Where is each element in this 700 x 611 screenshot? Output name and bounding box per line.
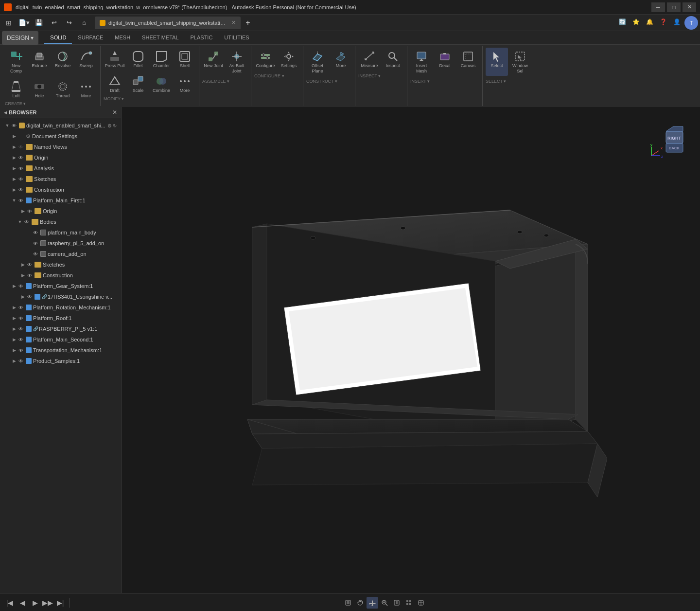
maximize-button[interactable]: □ xyxy=(667,2,681,12)
file-new-button[interactable]: 📄▾ xyxy=(17,16,31,30)
tree-eye-construction-top[interactable]: 👁 xyxy=(18,186,24,193)
tab-plastic[interactable]: PLASTIC xyxy=(185,32,219,44)
tree-item-analysis[interactable]: ▶ 👁 Analysis xyxy=(0,163,121,174)
nav-start-button[interactable]: |◀ xyxy=(4,597,16,609)
tree-item-raspi5[interactable]: ▶ 👁 🔗 RASPBERRY_PI_5 v1:1 xyxy=(0,323,121,334)
tree-item-sketches-child[interactable]: ▶ 👁 Sketches xyxy=(0,259,121,270)
assemble-button[interactable]: New Joint xyxy=(202,48,225,76)
zoom-button[interactable] xyxy=(379,597,390,609)
tab-solid[interactable]: SOLID xyxy=(44,32,72,44)
tree-eye-raspi5[interactable]: 👁 xyxy=(18,325,24,332)
fillet-button[interactable]: Fillet xyxy=(127,48,149,71)
chamfer-button[interactable]: Chamfer xyxy=(150,48,173,71)
notification-button[interactable]: 🔔 xyxy=(644,16,655,28)
construct-plane-button[interactable]: Offset Plane xyxy=(306,48,329,76)
config-settings-button[interactable]: Settings xyxy=(278,48,300,71)
display-mode-button[interactable] xyxy=(415,597,427,609)
tree-item-bodies[interactable]: ▼ 👁 Bodies xyxy=(0,216,121,227)
tree-eye-products[interactable]: 👁 xyxy=(18,358,24,364)
create-more-button[interactable]: More xyxy=(75,78,97,101)
tree-item-root[interactable]: ▼ 👁 digital_twin_enabled_smart_shi... ⚙ … xyxy=(0,120,121,131)
extrude-button[interactable]: Extrude xyxy=(28,48,51,76)
tree-expand-root[interactable]: ▼ xyxy=(4,122,11,129)
tree-eye-rotation[interactable]: 👁 xyxy=(18,304,24,311)
tree-item-platform-main-second[interactable]: ▶ 👁 Platform_Main_Second:1 xyxy=(0,334,121,345)
tree-expand-analysis[interactable]: ▶ xyxy=(11,165,18,172)
new-component-button[interactable]: New Comp xyxy=(5,48,27,76)
tree-expand-gear[interactable]: ▶ xyxy=(11,283,18,289)
tree-eye-sketches[interactable]: 👁 xyxy=(18,176,24,182)
tree-expand-sketches-child[interactable]: ▶ xyxy=(19,261,26,268)
tree-item-raspberry-add-on[interactable]: ▶ 👁 raspberry_pi_5_add_on xyxy=(0,238,121,249)
root-settings-icon[interactable]: ⚙ xyxy=(107,123,112,128)
tree-expand-roof[interactable]: ▶ xyxy=(11,315,18,322)
tree-expand-transport[interactable]: ▶ xyxy=(11,347,18,354)
decal-button[interactable]: Decal xyxy=(434,48,456,76)
draft-button[interactable]: Draft xyxy=(104,72,126,95)
inspect-button[interactable]: Inspect xyxy=(382,48,404,71)
tree-eye-transport[interactable]: 👁 xyxy=(18,347,24,354)
tab-close-button[interactable]: ✕ xyxy=(231,19,236,26)
tree-item-rotation[interactable]: ▶ 👁 Platform_Rotation_Mechanism:1 xyxy=(0,302,121,313)
tree-eye-named-views[interactable]: 👁 xyxy=(18,144,24,150)
tree-item-doc-settings[interactable]: ▶ ⚙ Document Settings xyxy=(0,131,121,142)
measure-button[interactable]: Measure xyxy=(358,48,381,71)
tree-expand-doc-settings[interactable]: ▶ xyxy=(11,133,18,140)
view-cube[interactable]: x y z RIGHT BACK xyxy=(647,117,690,162)
tree-item-platform-main-body[interactable]: ▶ 👁 platform_main_body xyxy=(0,227,121,238)
tree-item-roof[interactable]: ▶ 👁 Platform_Roof:1 xyxy=(0,313,121,323)
tree-expand-rotation[interactable]: ▶ xyxy=(11,304,18,311)
tree-expand-products[interactable]: ▶ xyxy=(11,358,18,364)
tab-sheet-metal[interactable]: SHEET METAL xyxy=(136,32,184,44)
home-button[interactable]: ⌂ xyxy=(77,16,91,30)
pan-button[interactable] xyxy=(367,597,378,609)
modify-more-button[interactable]: More xyxy=(174,72,196,95)
tree-item-camera-add-on[interactable]: ▶ 👁 camera_add_on xyxy=(0,249,121,259)
tree-eye-origin[interactable]: 👁 xyxy=(18,154,24,161)
joint-button[interactable]: As-Built Joint xyxy=(226,48,248,76)
tree-item-construction-top[interactable]: ▶ 👁 Construction xyxy=(0,184,121,195)
viewport[interactable]: x y z RIGHT BACK xyxy=(122,107,700,593)
configure-button[interactable]: Configure xyxy=(254,48,277,71)
nav-play-button[interactable]: ▶ xyxy=(29,597,41,609)
scale-button[interactable]: Scale xyxy=(127,72,149,95)
tree-eye-bodies[interactable]: 👁 xyxy=(23,218,30,225)
press-pull-button[interactable]: Press Pull xyxy=(104,48,126,71)
tree-expand-platform-main[interactable]: ▼ xyxy=(11,197,18,204)
tree-eye-gear[interactable]: 👁 xyxy=(18,283,24,289)
tree-item-construction-child[interactable]: ▶ 👁 Construction xyxy=(0,270,121,281)
tree-expand-main-second[interactable]: ▶ xyxy=(11,336,18,343)
grid-button[interactable] xyxy=(403,597,415,609)
tree-eye-cam[interactable]: 👁 xyxy=(32,251,39,257)
design-workspace-button[interactable]: DESIGN ▾ xyxy=(2,31,38,45)
select-button[interactable]: Select xyxy=(486,48,508,76)
browser-collapse-button[interactable]: ✕ xyxy=(112,109,117,116)
tab-surface[interactable]: SURFACE xyxy=(72,32,109,44)
bookmark-button[interactable]: ⭐ xyxy=(630,16,642,28)
redo-button[interactable]: ↪ xyxy=(62,16,76,30)
window-select-button[interactable]: Window Sel xyxy=(509,48,531,76)
tree-item-origin[interactable]: ▶ 👁 Origin xyxy=(0,152,121,163)
tree-expand-named-views[interactable]: ▶ xyxy=(11,144,18,150)
tree-expand-construction-top[interactable]: ▶ xyxy=(11,186,18,193)
tree-eye-root[interactable]: 👁 xyxy=(11,122,18,129)
tree-item-platform-main-first[interactable]: ▼ 👁 Platform_Main_First:1 xyxy=(0,195,121,206)
grid-menu-button[interactable]: ⊞ xyxy=(2,16,16,30)
insert-button[interactable]: Insert Mesh xyxy=(410,48,433,76)
account-button[interactable]: 👤 xyxy=(671,16,682,28)
tree-eye-platform-main[interactable]: 👁 xyxy=(18,197,24,204)
tree-expand-bodies[interactable]: ▼ xyxy=(17,218,23,225)
save-button[interactable]: 💾 xyxy=(32,16,46,30)
active-tab[interactable]: digital_twin_enabled_smart_shipping_work… xyxy=(95,17,241,29)
root-sync-icon[interactable]: ↻ xyxy=(113,123,117,128)
tree-item-17hs3401[interactable]: ▶ 👁 🔗 17HS3401_Usongshine v... xyxy=(0,291,121,302)
loft-button[interactable]: Loft xyxy=(5,78,27,101)
tree-expand-construction-child[interactable]: ▶ xyxy=(19,272,26,279)
tree-eye-sketches-child[interactable]: 👁 xyxy=(26,261,33,268)
tree-item-origin-child[interactable]: ▶ 👁 Origin xyxy=(0,206,121,216)
tree-eye-origin-child[interactable]: 👁 xyxy=(26,208,33,215)
tree-item-sketches[interactable]: ▶ 👁 Sketches xyxy=(0,174,121,184)
tree-eye-analysis[interactable]: 👁 xyxy=(18,165,24,172)
help-button[interactable]: ❓ xyxy=(657,16,669,28)
tree-eye-17hs[interactable]: 👁 xyxy=(26,293,33,300)
